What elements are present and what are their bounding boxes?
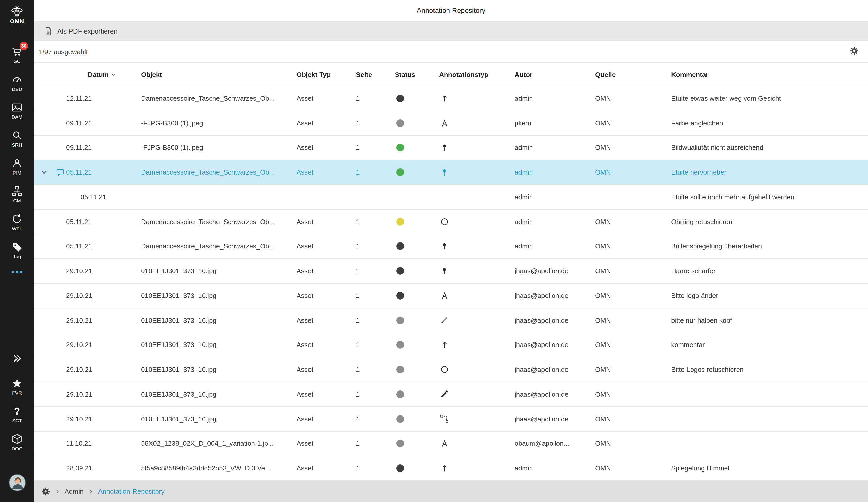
sidebar-item-sct[interactable]: ? SCT bbox=[0, 404, 34, 425]
column-header-datum[interactable]: Datum bbox=[66, 71, 141, 78]
cell-datum: 29.10.21 bbox=[66, 366, 141, 373]
column-header-seite[interactable]: Seite bbox=[356, 71, 395, 78]
column-header-status[interactable]: Status bbox=[395, 71, 439, 78]
table-row[interactable]: 05.11.21 Damenaccessoire_Tasche_Schwarze… bbox=[34, 160, 868, 185]
sidebar-item-dam[interactable]: DAM bbox=[0, 100, 34, 121]
sidebar-item-srh[interactable]: SRH bbox=[0, 128, 34, 149]
cell-autor: jhaas@apollon.de bbox=[515, 292, 595, 300]
table-row[interactable]: 29.10.21 010EE1J301_373_10.jpg Asset 1 j… bbox=[34, 259, 868, 284]
cell-objekt: 5f5a9c88589fb4a3ddd52b53_VW ID 3 Ve... bbox=[141, 464, 297, 472]
status-dot-dark bbox=[396, 94, 404, 102]
sidebar-item-cm[interactable]: CM bbox=[0, 184, 34, 205]
marquee-icon bbox=[440, 415, 448, 423]
table-row[interactable]: 28.09.21 5f5a9c88589fb4a3ddd52b53_VW ID … bbox=[34, 456, 868, 481]
arrow-icon bbox=[440, 94, 449, 103]
table-row[interactable]: 29.10.21 010EE1J301_373_10.jpg Asset 1 j… bbox=[34, 407, 868, 432]
chevron-down-icon[interactable] bbox=[41, 169, 47, 176]
column-header-quelle[interactable]: Quelle bbox=[595, 71, 671, 78]
circle-icon bbox=[440, 365, 449, 374]
sidebar-expand-button[interactable] bbox=[11, 352, 23, 365]
breadcrumb-item-annotation-repository[interactable]: Annotation-Repository bbox=[98, 488, 165, 495]
cell-quelle: OMN bbox=[595, 144, 671, 151]
pin-icon bbox=[440, 267, 448, 275]
line-icon bbox=[440, 316, 448, 324]
sidebar-item-label: FVR bbox=[12, 391, 22, 396]
cell-kommentar: Farbe angleichen bbox=[671, 119, 868, 127]
cart-icon: 30 bbox=[11, 46, 23, 58]
status-dot-gray bbox=[396, 119, 404, 127]
column-header-objekt-typ[interactable]: Objekt Typ bbox=[297, 71, 356, 78]
column-header-autor[interactable]: Autor bbox=[515, 71, 595, 78]
cell-seite: 1 bbox=[356, 292, 395, 300]
cell-objekt: 58X02_1238_02X_D_004_1_variation-1.jp... bbox=[141, 440, 297, 448]
table-row[interactable]: 29.10.21 010EE1J301_373_10.jpg Asset 1 j… bbox=[34, 284, 868, 308]
cell-kommentar: Haare schärfer bbox=[671, 267, 868, 275]
sidebar-item-wfl[interactable]: WFL bbox=[0, 212, 34, 232]
table-row[interactable]: 09.11.21 -FJPG-B300 (1).jpeg Asset 1 adm… bbox=[34, 136, 868, 160]
cell-seite: 1 bbox=[356, 415, 395, 423]
app-logo[interactable]: OMN bbox=[10, 5, 24, 32]
cell-datum: 05.11.21 bbox=[66, 193, 141, 201]
pen-icon bbox=[440, 390, 448, 398]
cell-kommentar: Spiegelung Himmel bbox=[671, 464, 868, 472]
table-row[interactable]: 29.10.21 010EE1J301_373_10.jpg Asset 1 j… bbox=[34, 358, 868, 383]
cell-datum: 05.11.21 bbox=[66, 242, 141, 250]
column-header-annotationstyp[interactable]: Annotationstyp bbox=[439, 71, 515, 78]
cell-seite: 1 bbox=[356, 341, 395, 349]
cell-autor: pkern bbox=[515, 119, 595, 127]
table-row[interactable]: 05.11.21 Damenaccessoire_Tasche_Schwarze… bbox=[34, 210, 868, 234]
star-icon bbox=[11, 377, 23, 390]
double-chevron-right-icon bbox=[11, 352, 23, 365]
table-row[interactable]: 29.10.21 010EE1J301_373_10.jpg Asset 1 j… bbox=[34, 333, 868, 358]
image-icon bbox=[11, 102, 23, 114]
cell-objekt: 010EE1J301_373_10.jpg bbox=[141, 267, 297, 275]
sidebar-item-dbd[interactable]: DBD bbox=[0, 72, 34, 93]
sidebar-item-sc[interactable]: 30 SC bbox=[0, 44, 34, 65]
column-header-objekt[interactable]: Objekt bbox=[141, 71, 297, 78]
cell-datum: 29.10.21 bbox=[66, 390, 141, 398]
table-row[interactable]: 29.10.21 010EE1J301_373_10.jpg Asset 1 j… bbox=[34, 382, 868, 407]
sidebar-item-tag[interactable]: Tag bbox=[0, 240, 34, 260]
cell-seite: 1 bbox=[356, 94, 395, 102]
cell-objekt-typ: Asset bbox=[297, 440, 356, 448]
table-row[interactable]: 29.10.21 010EE1J301_373_10.jpg Asset 1 j… bbox=[34, 308, 868, 333]
table-row[interactable]: 11.10.21 58X02_1238_02X_D_004_1_variatio… bbox=[34, 431, 868, 456]
sidebar-item-pim[interactable]: PIM bbox=[0, 156, 34, 177]
table-row[interactable]: 09.11.21 -FJPG-B300 (1).jpeg Asset 1 pke… bbox=[34, 111, 868, 136]
sidebar-item-label: SCT bbox=[12, 419, 22, 423]
status-dot-gray bbox=[396, 415, 404, 423]
cell-datum: 29.10.21 bbox=[66, 341, 141, 349]
cell-seite: 1 bbox=[356, 267, 395, 275]
sitemap-icon bbox=[11, 185, 23, 198]
workflow-icon bbox=[11, 213, 23, 226]
cell-objekt-typ: Asset bbox=[297, 218, 356, 226]
sidebar-item-label: CM bbox=[13, 199, 21, 203]
main-content: Annotation Repository Als PDF exportiere… bbox=[34, 0, 868, 502]
status-dot-gray bbox=[396, 341, 404, 349]
export-pdf-button[interactable]: Als PDF exportieren bbox=[44, 27, 117, 35]
comment-subrow[interactable]: 05.11.21 admin Etuite sollte noch mehr a… bbox=[34, 185, 868, 210]
table-row[interactable]: 05.11.21 Damenaccessoire_Tasche_Schwarze… bbox=[34, 234, 868, 259]
cell-autor: jhaas@apollon.de bbox=[515, 341, 595, 349]
cell-objekt: Damenaccessoire_Tasche_Schwarzes_Ob... bbox=[141, 242, 297, 250]
sort-descending-icon bbox=[111, 72, 116, 77]
cell-seite: 1 bbox=[356, 218, 395, 226]
table-row[interactable]: 12.11.21 Damenaccessoire_Tasche_Schwarze… bbox=[34, 86, 868, 111]
cell-seite: 1 bbox=[356, 168, 395, 176]
cell-datum: 29.10.21 bbox=[66, 316, 141, 324]
pin-icon bbox=[440, 242, 448, 251]
cell-autor: jhaas@apollon.de bbox=[515, 267, 595, 275]
user-avatar[interactable] bbox=[9, 474, 25, 491]
sidebar-item-fvr[interactable]: FVR bbox=[0, 376, 34, 397]
cell-datum: 29.10.21 bbox=[66, 292, 141, 300]
column-header-kommentar[interactable]: Kommentar bbox=[671, 71, 868, 78]
cell-datum: 05.11.21 bbox=[66, 218, 141, 226]
cell-objekt: 010EE1J301_373_10.jpg bbox=[141, 292, 297, 300]
sidebar-item-doc[interactable]: DOC bbox=[0, 432, 34, 452]
cell-quelle: OMN bbox=[595, 464, 671, 472]
table-settings-button[interactable] bbox=[850, 46, 859, 57]
breadcrumb-item-admin[interactable]: Admin bbox=[65, 488, 84, 495]
admin-gear-icon[interactable] bbox=[41, 487, 50, 496]
question-icon: ? bbox=[11, 405, 23, 418]
sidebar-more-button[interactable] bbox=[11, 269, 23, 276]
